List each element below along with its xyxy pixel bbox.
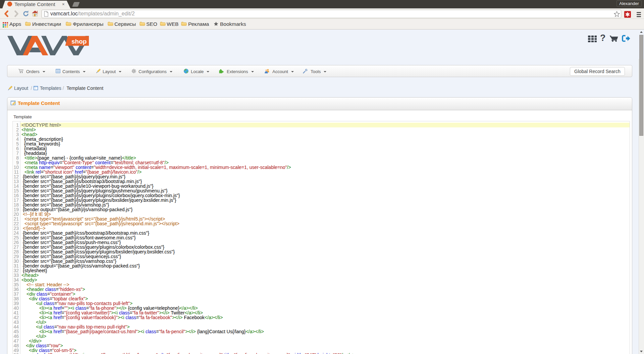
svg-text:shop: shop xyxy=(71,38,87,45)
